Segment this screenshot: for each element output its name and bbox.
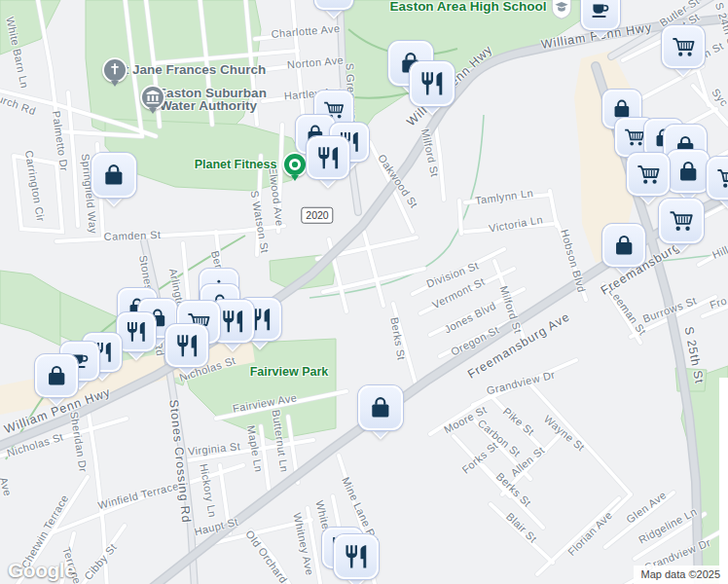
poi-marker-restaurant[interactable] (410, 61, 455, 106)
civic-icon[interactable] (140, 85, 165, 110)
school-icon[interactable] (549, 0, 574, 22)
fitness-icon[interactable] (282, 152, 308, 177)
google-watermark[interactable]: Google (8, 559, 75, 582)
poi-marker-restaurant[interactable] (165, 324, 208, 367)
poi-label[interactable]: Fairview Park (250, 365, 329, 379)
poi-marker-cart[interactable] (707, 157, 728, 200)
restaurant-icon (307, 136, 349, 179)
poi-marker-coffee[interactable] (581, 0, 620, 30)
map-canvas[interactable]: White Barn LnChurch RdPalmetto DrCarring… (0, 0, 728, 584)
route-shield-2020: 2020 (301, 207, 333, 224)
poi-label[interactable]: St Jane Frances Church (116, 62, 267, 77)
bag-icon (91, 153, 136, 198)
bag-icon (35, 354, 78, 397)
bag-icon (358, 385, 403, 430)
church-icon[interactable] (102, 57, 127, 83)
map-attribution: Map data ©2025 (634, 566, 728, 584)
coffee-icon (581, 0, 620, 30)
bag-icon (602, 224, 645, 267)
poi-label[interactable]: Easton Area High School (390, 0, 547, 14)
poi-marker-cart[interactable] (659, 199, 704, 243)
cart-icon (662, 25, 705, 68)
poi-marker-bag[interactable] (602, 224, 645, 267)
restaurant-icon (117, 312, 156, 351)
poi-marker-bag[interactable] (358, 385, 403, 430)
restaurant-icon (314, 0, 353, 10)
poi-label[interactable]: Planet Fitness (195, 158, 277, 171)
restaurant-icon (165, 324, 208, 367)
poi-marker-bag[interactable] (35, 354, 78, 397)
map-terrain (0, 0, 728, 584)
restaurant-icon (334, 534, 379, 579)
poi-marker-restaurant[interactable] (307, 136, 349, 179)
cart-icon (627, 153, 670, 196)
restaurant-icon (410, 61, 455, 106)
poi-marker-bag[interactable] (91, 153, 136, 198)
poi-marker-cart[interactable] (627, 153, 670, 196)
poi-marker-restaurant[interactable] (314, 0, 353, 10)
bag-icon (667, 150, 710, 193)
poi-marker-bag[interactable] (667, 150, 710, 193)
cart-icon (707, 157, 728, 200)
poi-marker-restaurant[interactable] (117, 312, 156, 351)
poi-label[interactable]: Water Authority (160, 98, 257, 113)
cart-icon (659, 199, 704, 243)
route-shield-label: 2020 (306, 209, 328, 221)
poi-marker-restaurant[interactable] (334, 534, 379, 579)
poi-marker-cart[interactable] (662, 25, 705, 68)
